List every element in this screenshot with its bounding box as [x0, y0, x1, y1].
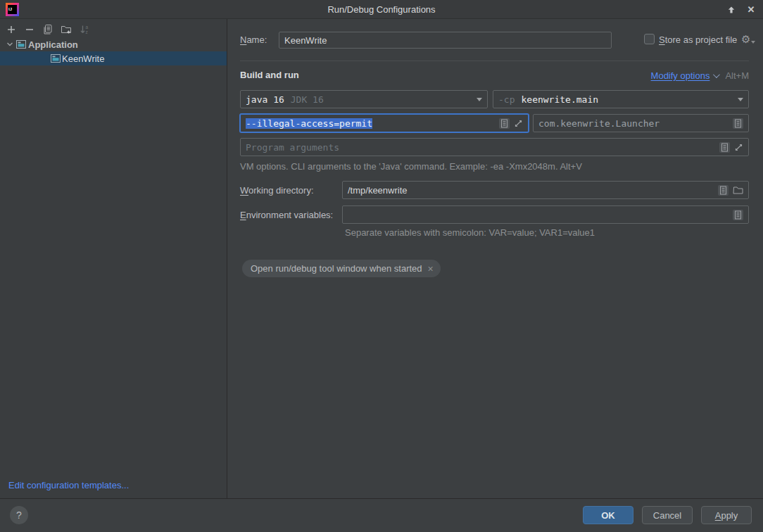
main-class-field[interactable]: com.keenwrite.Launcher — [533, 114, 749, 132]
store-as-project-file-label: Store as project file — [659, 34, 737, 45]
window-title: Run/Debug Configurations — [327, 4, 435, 15]
store-as-project-file-checkbox[interactable] — [644, 34, 655, 44]
edit-configuration-templates-link[interactable]: Edit configuration templates... — [8, 480, 129, 490]
environment-variables-help-text: Separate variables with semicolon: VAR=v… — [345, 227, 595, 238]
ok-button[interactable]: OK — [583, 506, 633, 524]
configurations-sidebar: a z Application KeenWrite Edit co — [0, 19, 227, 498]
tree-item-keenwrite[interactable]: KeenWrite — [0, 51, 227, 65]
paste-list-icon[interactable] — [499, 118, 510, 129]
application-type-icon — [50, 53, 61, 64]
paste-list-icon[interactable] — [733, 118, 743, 129]
dropdown-arrow-icon — [477, 98, 482, 101]
working-directory-field[interactable]: /tmp/keenwrite — [342, 181, 749, 199]
chip-close-icon[interactable]: × — [428, 263, 434, 274]
expand-field-icon[interactable] — [734, 143, 743, 152]
remove-configuration-icon[interactable] — [24, 24, 35, 35]
restore-window-icon[interactable] — [725, 4, 738, 16]
paste-list-icon[interactable] — [719, 142, 730, 153]
program-arguments-field[interactable]: Program arguments — [240, 138, 749, 156]
paste-list-icon[interactable] — [718, 185, 729, 196]
section-divider — [240, 61, 749, 61]
paste-list-icon[interactable] — [733, 210, 743, 220]
new-folder-icon[interactable] — [61, 24, 72, 35]
apply-button[interactable]: Apply — [701, 506, 752, 524]
cancel-button[interactable]: Cancel — [642, 506, 693, 524]
build-and-run-title: Build and run — [240, 70, 299, 80]
titlebar: IJ Run/Debug Configurations ✕ — [0, 0, 763, 19]
dropdown-arrow-icon — [738, 98, 743, 101]
chevron-down-icon — [713, 71, 720, 78]
modify-options-shortcut: Alt+M — [725, 70, 749, 81]
tree-group-label: Application — [28, 39, 78, 50]
modify-options-link[interactable]: Modify options — [651, 70, 710, 81]
open-tool-window-chip[interactable]: Open run/debug tool window when started … — [242, 260, 441, 277]
vm-options-value: --illegal-access=permit — [246, 118, 372, 129]
browse-folder-icon[interactable] — [733, 186, 743, 195]
expand-field-icon[interactable] — [514, 119, 523, 128]
application-type-icon — [15, 39, 27, 50]
dialog-footer: ? OK Cancel Apply — [0, 498, 763, 532]
gear-icon[interactable]: ⚙ — [741, 34, 755, 44]
copy-configuration-icon[interactable] — [42, 24, 53, 35]
tree-item-application[interactable]: Application — [0, 37, 227, 51]
configuration-editor: Name: KeenWrite Store as project file ⚙ … — [228, 19, 763, 498]
environment-variables-field[interactable] — [342, 205, 749, 224]
svg-text:a: a — [86, 25, 89, 30]
help-button[interactable]: ? — [10, 506, 28, 524]
sort-alphabetically-icon[interactable]: a z — [79, 24, 90, 35]
intellij-logo-icon: IJ — [6, 3, 19, 16]
svg-text:z: z — [86, 30, 88, 34]
jre-hint: JDK 16 — [291, 94, 324, 105]
add-configuration-icon[interactable] — [6, 24, 17, 35]
classpath-value: keenwrite.main — [521, 94, 598, 105]
jre-value: java 16 — [246, 94, 284, 105]
main-class-value: com.keenwrite.Launcher — [538, 118, 660, 129]
program-arguments-placeholder: Program arguments — [246, 142, 339, 153]
name-value: KeenWrite — [284, 35, 327, 46]
vm-options-help-text: VM options. CLI arguments to the 'Java' … — [240, 161, 582, 172]
classpath-prefix: -cp — [498, 94, 515, 105]
close-icon[interactable]: ✕ — [745, 4, 757, 16]
jre-combobox[interactable]: java 16 JDK 16 — [240, 90, 488, 108]
name-label: Name: — [240, 34, 267, 45]
chevron-down-icon[interactable] — [4, 39, 15, 50]
tree-item-label: KeenWrite — [62, 53, 104, 64]
environment-variables-label: Environment variables: — [240, 210, 333, 220]
classpath-module-combobox[interactable]: -cp keenwrite.main — [493, 90, 749, 108]
working-directory-value: /tmp/keenwrite — [348, 185, 408, 196]
name-field[interactable]: KeenWrite — [279, 32, 612, 49]
sidebar-toolbar: a z — [0, 19, 227, 37]
vm-options-field[interactable]: --illegal-access=permit — [240, 114, 529, 132]
chip-label: Open run/debug tool window when started — [251, 263, 422, 274]
working-directory-label: Working directory: — [240, 185, 314, 196]
